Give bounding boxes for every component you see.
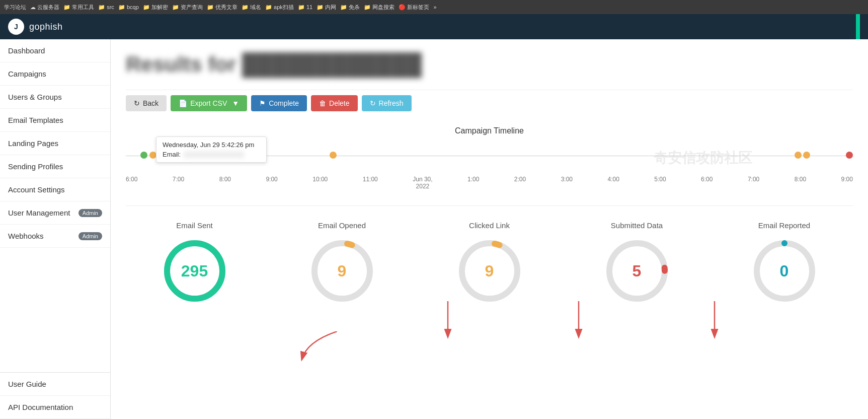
timeline-dot-group-4 [846, 152, 853, 161]
sidebar-item-webhooks[interactable]: Webhooks Admin [0, 225, 110, 248]
stat-label-email-opened: Email Opened [318, 221, 366, 230]
sidebar-item-user-guide[interactable]: User Guide [0, 373, 110, 396]
sidebar-item-label: Campaigns [8, 69, 46, 78]
browser-tab[interactable]: 📁 apk扫描 [265, 4, 294, 11]
axis-label: 6:00 [701, 176, 713, 190]
browser-tab[interactable]: 📁 src [98, 4, 114, 11]
app-title: gophish [29, 22, 63, 32]
sidebar-item-landing-pages[interactable]: Landing Pages [0, 132, 110, 155]
axis-label: 9:00 [266, 176, 277, 190]
arrow-clicked [574, 301, 604, 341]
browser-tab[interactable]: 学习论坛 [4, 4, 26, 11]
sidebar-item-label: Landing Pages [8, 139, 58, 148]
tooltip-email-value [184, 151, 244, 158]
stats-section: Email Sent 295 Email Opened [126, 211, 853, 316]
main-layout: Dashboard Campaigns Users & Groups Email… [0, 39, 868, 419]
sidebar-item-label: User Management [8, 208, 70, 217]
sidebar-item-label: User Guide [8, 380, 46, 388]
axis-label: 2:00 [514, 176, 526, 190]
browser-tab-bar: 学习论坛 ☁ 云服务器 📁 常用工具 📁 src 📁 bcqp 📁 加解密 📁 … [0, 0, 868, 14]
browser-tab[interactable]: 📁 加解密 [143, 4, 168, 11]
export-csv-button[interactable]: 📄 Export CSV ▼ [171, 95, 247, 111]
sidebar: Dashboard Campaigns Users & Groups Email… [0, 39, 111, 419]
donut-email-opened: 9 [307, 236, 377, 306]
axis-label: Jun 30,2022 [413, 176, 432, 190]
sidebar-item-label: Dashboard [8, 46, 45, 55]
browser-tab[interactable]: 📁 11 [298, 4, 312, 11]
browser-tab[interactable]: 🔴 新标签页 [399, 4, 429, 11]
campaign-timeline-title: Campaign Timeline [126, 126, 853, 135]
refresh-button[interactable]: ↻ Refresh [362, 95, 412, 111]
browser-tab[interactable]: 📁 内网 [317, 4, 336, 11]
axis-label: 7:00 [748, 176, 759, 190]
stat-email-reported: Email Reported 0 [716, 221, 853, 306]
back-button[interactable]: ↻ Back [126, 95, 167, 111]
sidebar-item-label: Users & Groups [8, 93, 62, 101]
donut-email-reported: 0 [749, 236, 820, 306]
dropdown-caret-icon: ▼ [232, 99, 239, 107]
stat-submitted-data: Submitted Data 5 [568, 221, 705, 306]
sidebar-item-campaigns[interactable]: Campaigns [0, 62, 110, 86]
axis-label: 4:00 [607, 176, 619, 190]
arrow-opened [443, 301, 473, 341]
axis-label: 6:00 [126, 176, 137, 190]
main-content: Results for ████████████ ↻ Back 📄 Export… [111, 39, 868, 419]
axis-label: 5:00 [654, 176, 666, 190]
browser-tab[interactable]: 📁 域名 [242, 4, 261, 11]
timeline-section: Wednesday, Jun 29 5:42:26 pm Email: Camp… [126, 126, 853, 190]
timeline-axis: 6:00 7:00 8:00 9:00 10:00 11:00 Jun 30,2… [126, 176, 853, 190]
sidebar-item-user-management[interactable]: User Management Admin [0, 201, 110, 225]
toolbar: ↻ Back 📄 Export CSV ▼ ⚑ Complete 🗑 Delet… [126, 95, 853, 111]
title-divider [126, 90, 853, 90]
trash-icon: 🗑 [319, 99, 326, 107]
dot-orange [795, 152, 802, 159]
refresh-icon: ↻ [370, 99, 376, 107]
dot-red [846, 152, 853, 159]
axis-label: 8:00 [795, 176, 806, 190]
timeline-dot-group-3 [795, 152, 810, 159]
sidebar-item-sending-profiles[interactable]: Sending Profiles [0, 155, 110, 178]
dot-orange [149, 152, 156, 159]
sidebar-bottom: User Guide API Documentation [0, 372, 110, 419]
delete-button[interactable]: 🗑 Delete [311, 95, 357, 111]
browser-tab[interactable]: 📁 资产查询 [172, 4, 203, 11]
browser-tab[interactable]: 📁 网盘搜索 [364, 4, 394, 11]
sidebar-item-label: Email Templates [8, 116, 63, 124]
app-header: J gophish [0, 14, 868, 39]
admin-badge-webhooks: Admin [78, 232, 102, 240]
stat-label-submitted-data: Submitted Data [611, 221, 663, 230]
browser-tab[interactable]: 📁 常用工具 [63, 4, 94, 11]
browser-tab[interactable]: 📁 优秀文章 [207, 4, 238, 11]
browser-tab[interactable]: ☁ 云服务器 [30, 4, 59, 11]
more-tabs-icon[interactable]: » [433, 4, 436, 10]
donut-submitted-data: 5 [602, 236, 672, 306]
header-accent-bar [856, 14, 860, 39]
dot-orange [330, 152, 337, 159]
sidebar-item-email-templates[interactable]: Email Templates [0, 109, 110, 132]
sidebar-item-dashboard[interactable]: Dashboard [0, 39, 110, 62]
axis-label: 3:00 [561, 176, 573, 190]
sidebar-item-label: Account Settings [8, 185, 65, 194]
stat-label-clicked-link: Clicked Link [469, 221, 510, 230]
donut-number-clicked-link: 9 [485, 261, 494, 280]
stats-divider [126, 205, 853, 206]
donut-number-email-sent: 295 [181, 261, 208, 280]
complete-icon: ⚑ [259, 99, 266, 107]
axis-label: 10:00 [312, 176, 328, 190]
stat-label-email-reported: Email Reported [758, 221, 810, 230]
dot-orange [803, 152, 810, 159]
browser-tab[interactable]: 📁 免杀 [340, 4, 360, 11]
complete-button[interactable]: ⚑ Complete [251, 95, 307, 111]
donut-number-email-reported: 0 [780, 261, 789, 280]
sidebar-item-users-groups[interactable]: Users & Groups [0, 86, 110, 109]
page-title: Results for ████████████ [126, 49, 853, 80]
stat-email-sent: Email Sent 295 [126, 221, 263, 306]
stat-email-opened: Email Opened 9 [273, 221, 411, 306]
axis-label: 8:00 [219, 176, 231, 190]
axis-label: 1:00 [467, 176, 479, 190]
sidebar-item-label: Sending Profiles [8, 162, 63, 171]
dot-green [140, 152, 147, 159]
sidebar-item-account-settings[interactable]: Account Settings [0, 178, 110, 201]
browser-tab[interactable]: 📁 bcqp [118, 4, 139, 11]
sidebar-item-api-docs[interactable]: API Documentation [0, 396, 110, 419]
